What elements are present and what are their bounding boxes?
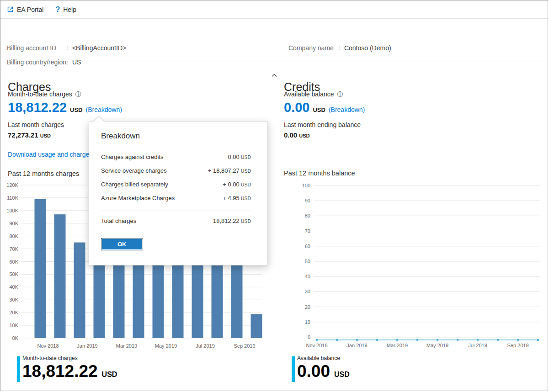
svg-text:80K: 80K xyxy=(9,233,18,239)
svg-text:40: 40 xyxy=(305,274,310,279)
billing-account-id-label: Billing account ID xyxy=(7,44,67,52)
available-balance-amount: 0.00 xyxy=(284,100,309,115)
dialog-row-label: Charges against credits xyxy=(101,154,164,160)
svg-text:10: 10 xyxy=(305,319,310,325)
topbar: EA Portal Help xyxy=(0,0,548,19)
billing-country-row: Billing country/region : US xyxy=(7,58,81,66)
svg-text:Jan 2019: Jan 2019 xyxy=(346,343,367,348)
charges-chart-title: Past 12 months charges xyxy=(8,170,79,177)
dialog-row-charges-against-credits: Charges against credits 0.00USD xyxy=(101,154,251,160)
svg-text:Nov 2018: Nov 2018 xyxy=(306,343,327,348)
svg-text:60K: 60K xyxy=(9,259,18,265)
account-info-panel: Billing account ID : <BillingAccountID> … xyxy=(0,19,548,62)
available-balance-value-row: 0.00 USD (Breakdown) xyxy=(284,100,365,115)
dialog-row-currency: USD xyxy=(241,168,251,174)
credits-chart-title: Past 12 months balance xyxy=(284,170,355,177)
last-month-balance-currency: USD xyxy=(299,133,309,138)
svg-text:90K: 90K xyxy=(9,221,18,226)
dialog-row-currency: USD xyxy=(241,196,251,201)
svg-text:70: 70 xyxy=(305,228,310,234)
svg-text:Sep 2019: Sep 2019 xyxy=(507,343,528,348)
available-balance-label: Available balance xyxy=(284,90,334,98)
svg-text:Sep 2019: Sep 2019 xyxy=(234,343,255,349)
chevron-up-icon xyxy=(271,74,277,77)
svg-text:70K: 70K xyxy=(9,246,18,252)
dialog-row-marketplace: Azure Marketplace Charges + 4.95USD xyxy=(101,195,251,201)
credits-summary-label: Available balance xyxy=(297,355,350,361)
dialog-total-label: Total charges xyxy=(101,217,136,224)
svg-text:0K: 0K xyxy=(12,335,19,341)
svg-text:100K: 100K xyxy=(6,208,18,213)
svg-text:0: 0 xyxy=(308,334,310,340)
breakdown-dialog: Breakdown Charges against credits 0.00US… xyxy=(89,121,268,265)
summary-accent-bar xyxy=(292,356,295,382)
charges-breakdown-link[interactable]: (Breakdown) xyxy=(85,106,122,113)
charges-summary-label: Month-to-date charges xyxy=(22,355,117,361)
svg-text:Mar 2019: Mar 2019 xyxy=(387,343,408,348)
ea-portal-link[interactable]: EA Portal xyxy=(7,6,43,13)
svg-text:20K: 20K xyxy=(9,310,18,315)
dialog-row-amount: + 18,807.27 xyxy=(208,167,240,174)
dialog-callout-arrow xyxy=(93,116,105,122)
mtd-charges-amount: 18,812.22 xyxy=(8,100,67,115)
summary-accent-bar xyxy=(17,356,20,382)
available-balance-row: Available balance xyxy=(284,90,343,98)
ok-button[interactable]: OK xyxy=(102,239,142,249)
dialog-total-currency: USD xyxy=(241,218,251,224)
last-month-charges-label: Last month charges xyxy=(8,121,64,128)
mtd-charges-value-row: 18,812.22 USD (Breakdown) xyxy=(8,100,122,115)
svg-text:30K: 30K xyxy=(9,297,18,302)
billing-account-id-row: Billing account ID : <BillingAccountID> xyxy=(7,44,126,52)
svg-text:100: 100 xyxy=(302,183,310,188)
info-icon[interactable] xyxy=(75,91,81,97)
dialog-row-currency: USD xyxy=(241,182,251,187)
svg-text:110K: 110K xyxy=(7,195,19,201)
dialog-row-amount: + 4.95 xyxy=(223,195,240,201)
svg-text:Jul 2019: Jul 2019 xyxy=(468,343,487,348)
dialog-row-label: Charges billed separately xyxy=(101,181,168,188)
svg-text:20: 20 xyxy=(305,304,310,310)
last-month-balance-value: 0.00 USD xyxy=(284,131,309,139)
separator-colon: : xyxy=(67,58,69,66)
charges-summary-amount: 18,812.22 xyxy=(22,362,98,381)
svg-text:10K: 10K xyxy=(9,323,18,328)
svg-text:30: 30 xyxy=(305,289,310,294)
billing-account-id-value: <BillingAccountID> xyxy=(72,44,126,52)
collapse-panel-button[interactable] xyxy=(267,69,281,80)
svg-text:40K: 40K xyxy=(9,284,18,290)
svg-text:50: 50 xyxy=(305,259,310,264)
dialog-total-amount: 18,812.22 xyxy=(213,217,240,224)
external-link-icon xyxy=(7,6,14,13)
dialog-row-billed-separately: Charges billed separately + 0.00USD xyxy=(101,181,251,188)
charges-summary-card: Month-to-date charges 18,812.22 USD xyxy=(17,355,117,381)
credits-breakdown-link[interactable]: (Breakdown) xyxy=(329,106,365,113)
billing-country-label: Billing country/region xyxy=(7,58,67,66)
help-label: Help xyxy=(63,6,76,13)
svg-text:Nov 2018: Nov 2018 xyxy=(37,343,59,349)
ok-button-focus-ring: OK xyxy=(101,238,143,250)
available-balance-currency: USD xyxy=(313,106,325,113)
dialog-title: Breakdown xyxy=(101,132,251,141)
last-month-charges-amount: 72,273.21 xyxy=(8,131,38,139)
mtd-charges-currency: USD xyxy=(70,106,82,113)
svg-text:Jan 2019: Jan 2019 xyxy=(77,343,97,349)
help-link[interactable]: Help xyxy=(55,6,76,13)
download-usage-link[interactable]: Download usage and charges xyxy=(8,151,92,158)
company-name-label: Company name xyxy=(288,44,339,52)
company-name-value: Contoso (Demo) xyxy=(344,44,391,52)
mtd-charges-label: Month-to-date charges xyxy=(8,90,72,98)
mtd-charges-row: Month-to-date charges xyxy=(8,90,81,98)
svg-text:120K: 120K xyxy=(6,182,18,188)
last-month-charges-value: 72,273.21 USD xyxy=(8,131,51,139)
svg-text:Mar 2019: Mar 2019 xyxy=(116,343,137,349)
dialog-row-label: Service overage charges xyxy=(101,167,167,174)
dialog-row-total-charges: Total charges 18,812.22USD xyxy=(101,211,251,224)
ea-portal-label: EA Portal xyxy=(17,6,43,13)
separator-colon: : xyxy=(67,44,69,52)
svg-text:50K: 50K xyxy=(9,271,18,277)
charges-summary-currency: USD xyxy=(102,371,117,379)
help-icon xyxy=(55,6,60,13)
credits-summary-currency: USD xyxy=(334,371,350,379)
info-icon[interactable] xyxy=(337,91,343,97)
separator-colon: : xyxy=(339,44,341,52)
